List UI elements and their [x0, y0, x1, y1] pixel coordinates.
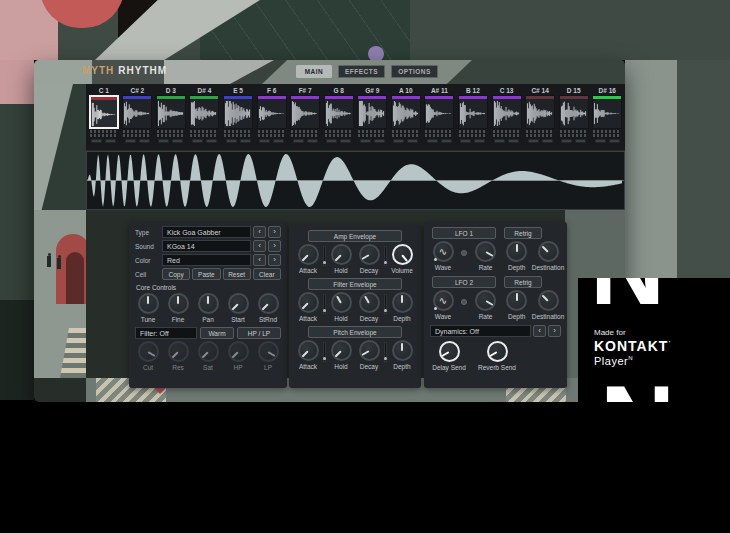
slot-mini-button[interactable]: [407, 139, 418, 143]
slot-step-ticks[interactable]: [90, 130, 118, 133]
next-arrow-icon[interactable]: ›: [268, 254, 281, 266]
curve-slider[interactable]: [384, 294, 387, 314]
slot-step-ticks[interactable]: [560, 130, 588, 133]
lfo2-button[interactable]: LFO 2: [432, 276, 496, 288]
knob[interactable]: [331, 244, 352, 265]
slot-mini-button[interactable]: [374, 139, 385, 143]
knob[interactable]: [538, 241, 559, 262]
next-arrow-icon[interactable]: ›: [268, 226, 281, 238]
slot-mini-button[interactable]: [206, 139, 217, 143]
hplp-button[interactable]: HP / LP: [237, 327, 281, 339]
curve-slider[interactable]: [384, 342, 387, 362]
next-arrow-icon[interactable]: ›: [268, 240, 281, 252]
sync-led[interactable]: [461, 250, 467, 256]
sync-led[interactable]: [461, 299, 467, 305]
slot-step-ticks[interactable]: [593, 130, 621, 133]
prev-arrow-icon[interactable]: ‹: [253, 226, 266, 238]
slot-mini-button[interactable]: [528, 139, 539, 143]
slot-mini-button[interactable]: [172, 139, 183, 143]
slot-waveform-thumb[interactable]: [525, 95, 555, 129]
slot-waveform-thumb[interactable]: [559, 95, 589, 129]
knob[interactable]: [298, 244, 319, 265]
prev-arrow-icon[interactable]: ‹: [253, 240, 266, 252]
slot-mini-button[interactable]: [192, 139, 203, 143]
selector-value-box[interactable]: KGoa 14: [162, 240, 251, 252]
slot-step-ticks[interactable]: [224, 130, 252, 133]
slot-mini-button[interactable]: [326, 139, 337, 143]
knob[interactable]: ∿: [433, 241, 454, 262]
slot-step-ticks[interactable]: [325, 130, 353, 133]
slot-mini-button[interactable]: [508, 139, 519, 143]
slot-step-ticks[interactable]: [459, 134, 487, 137]
slot-step-ticks[interactable]: [190, 134, 218, 137]
slot-waveform-thumb[interactable]: [156, 95, 186, 129]
slot-mini-button[interactable]: [595, 139, 606, 143]
slot-mini-button[interactable]: [158, 139, 169, 143]
slot-mini-button[interactable]: [494, 139, 505, 143]
slot-step-ticks[interactable]: [258, 134, 286, 137]
slot-mini-button[interactable]: [139, 139, 150, 143]
slot-waveform-thumb[interactable]: [189, 95, 219, 129]
slot-mini-button[interactable]: [609, 139, 620, 143]
slot-step-ticks[interactable]: [425, 134, 453, 137]
tab-main[interactable]: MAIN: [296, 65, 332, 78]
knob[interactable]: [138, 341, 159, 362]
knob[interactable]: [331, 340, 352, 361]
slot-waveform-thumb[interactable]: [324, 95, 354, 129]
pitch-envelope-button[interactable]: Pitch Envelope: [308, 326, 402, 338]
knob[interactable]: [138, 293, 159, 314]
knob[interactable]: [506, 290, 527, 311]
slot-mini-button[interactable]: [542, 139, 553, 143]
slot-mini-button[interactable]: [259, 139, 270, 143]
knob[interactable]: [392, 292, 413, 313]
knob[interactable]: [538, 290, 559, 311]
filter-status-box[interactable]: Filter: Off: [135, 327, 197, 339]
knob[interactable]: [439, 341, 460, 362]
slot-step-ticks[interactable]: [493, 134, 521, 137]
slot-mini-button[interactable]: [293, 139, 304, 143]
dynamics-status-box[interactable]: Dynamics: Off: [430, 325, 531, 337]
slot-mini-button[interactable]: [91, 139, 102, 143]
lfo1-retrig-button[interactable]: Retrig: [504, 227, 542, 239]
selector-value-box[interactable]: Kick Goa Gabber: [162, 226, 251, 238]
filter-envelope-button[interactable]: Filter Envelope: [308, 278, 402, 290]
clear-button[interactable]: Clear: [253, 268, 281, 280]
prev-arrow-icon[interactable]: ‹: [253, 254, 266, 266]
paste-button[interactable]: Paste: [192, 268, 220, 280]
slot-step-ticks[interactable]: [325, 134, 353, 137]
knob[interactable]: [198, 341, 219, 362]
slot-mini-button[interactable]: [340, 139, 351, 143]
slot-mini-button[interactable]: [393, 139, 404, 143]
knob[interactable]: [168, 341, 189, 362]
slot-mini-button[interactable]: [427, 139, 438, 143]
slot-waveform-thumb[interactable]: [290, 95, 320, 129]
slot-mini-button[interactable]: [125, 139, 136, 143]
slot-step-ticks[interactable]: [157, 130, 185, 133]
slot-step-ticks[interactable]: [593, 134, 621, 137]
slot-mini-button[interactable]: [307, 139, 318, 143]
knob[interactable]: [258, 293, 279, 314]
knob[interactable]: [475, 241, 496, 262]
knob[interactable]: [359, 244, 380, 265]
slot-mini-button[interactable]: [226, 139, 237, 143]
lfo1-button[interactable]: LFO 1: [432, 227, 496, 239]
reset-button[interactable]: Reset: [223, 268, 251, 280]
tab-options[interactable]: OPTIONS: [391, 65, 438, 78]
knob[interactable]: [168, 293, 189, 314]
curve-slider[interactable]: [323, 342, 326, 362]
dynamics-next-icon[interactable]: ›: [548, 325, 561, 337]
warm-button[interactable]: Warm: [200, 327, 234, 339]
knob[interactable]: [359, 340, 380, 361]
slot-waveform-thumb[interactable]: [424, 95, 454, 129]
knob[interactable]: [475, 290, 496, 311]
slot-mini-button[interactable]: [561, 139, 572, 143]
slot-step-ticks[interactable]: [291, 134, 319, 137]
slot-waveform-thumb[interactable]: [458, 95, 488, 129]
slot-step-ticks[interactable]: [459, 130, 487, 133]
slot-step-ticks[interactable]: [526, 134, 554, 137]
slot-waveform-thumb[interactable]: [257, 95, 287, 129]
knob[interactable]: [392, 244, 413, 265]
knob[interactable]: [506, 241, 527, 262]
slot-step-ticks[interactable]: [90, 134, 118, 137]
slot-waveform-thumb[interactable]: [357, 95, 387, 129]
